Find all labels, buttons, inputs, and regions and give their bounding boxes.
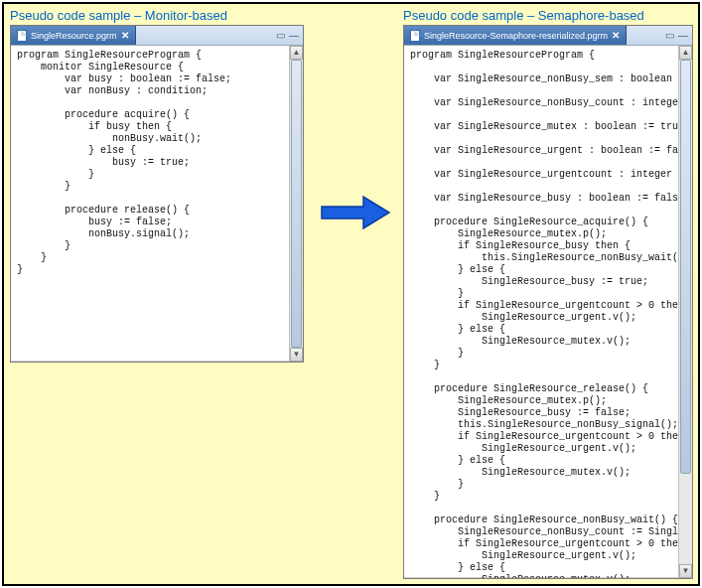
scroll-up-icon[interactable]: ▲: [679, 46, 692, 60]
tab-label: SingleResource-Semaphore-reserialized.pg…: [424, 31, 608, 41]
right-column: Pseudo code sample – Semaphore-based Sin…: [403, 8, 693, 579]
restore-icon[interactable]: ▭: [276, 30, 285, 41]
tabbar-spacer: [627, 26, 661, 45]
tab-right-file[interactable]: SingleResource-Semaphore-reserialized.pg…: [404, 26, 627, 45]
scroll-down-icon[interactable]: ▼: [290, 348, 303, 362]
document-icon: [17, 30, 27, 42]
editor-right: SingleResource-Semaphore-reserialized.pg…: [403, 25, 693, 579]
scroll-track[interactable]: [679, 60, 692, 564]
code-right[interactable]: program SingleResourceProgram { var Sing…: [404, 46, 678, 578]
restore-icon[interactable]: ▭: [665, 30, 674, 41]
diagram-frame: Pseudo code sample – Monitor-based Singl…: [2, 2, 700, 586]
code-area-left: program SingleResourceProgram { monitor …: [11, 46, 303, 362]
scrollbar-right[interactable]: ▲ ▼: [678, 46, 692, 578]
tabbar-right: SingleResource-Semaphore-reserialized.pg…: [404, 26, 692, 46]
tabbar-spacer: [136, 26, 272, 45]
document-icon: [410, 30, 420, 42]
scroll-thumb[interactable]: [291, 60, 302, 348]
minimize-icon[interactable]: —: [289, 30, 299, 41]
tab-label: SingleResource.pgrm: [31, 31, 117, 41]
left-column: Pseudo code sample – Monitor-based Singl…: [10, 8, 304, 363]
minimize-icon[interactable]: —: [678, 30, 688, 41]
window-buttons: ▭ —: [272, 26, 303, 45]
scrollbar-left[interactable]: ▲ ▼: [289, 46, 303, 362]
window-buttons: ▭ —: [661, 26, 692, 45]
heading-right: Pseudo code sample – Semaphore-based: [403, 8, 693, 23]
code-area-right: program SingleResourceProgram { var Sing…: [404, 46, 692, 578]
close-icon[interactable]: ✕: [121, 30, 129, 41]
arrow-shape: [322, 197, 389, 228]
editor-left: SingleResource.pgrm ✕ ▭ — program Single…: [10, 25, 304, 363]
close-icon[interactable]: ✕: [612, 30, 620, 41]
tabbar-left: SingleResource.pgrm ✕ ▭ —: [11, 26, 303, 46]
tab-left-file[interactable]: SingleResource.pgrm ✕: [11, 26, 136, 45]
code-left[interactable]: program SingleResourceProgram { monitor …: [11, 46, 289, 362]
scroll-up-icon[interactable]: ▲: [290, 46, 303, 60]
scroll-down-icon[interactable]: ▼: [679, 564, 692, 578]
scroll-track[interactable]: [290, 60, 303, 348]
heading-left: Pseudo code sample – Monitor-based: [10, 8, 304, 23]
scroll-thumb[interactable]: [680, 60, 691, 474]
arrow-right-icon: [320, 193, 391, 232]
